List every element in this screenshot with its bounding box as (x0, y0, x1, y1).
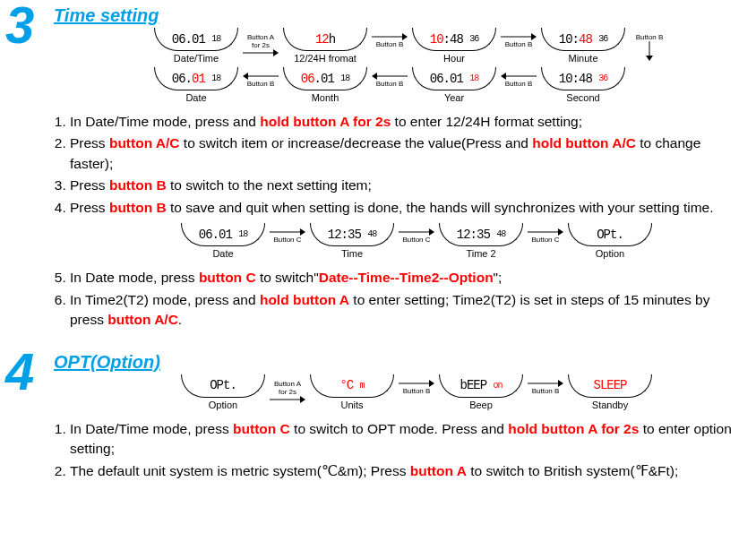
svg-marker-5 (531, 33, 537, 40)
display-time2: 12:35 48 Time 2 (439, 223, 523, 259)
section-number: 4 (5, 341, 34, 401)
display-date: 06.01 18 Date (154, 67, 238, 103)
section-heading: OPT(Option) (54, 347, 747, 373)
display-standby: SLEEP Standby (568, 374, 652, 410)
display-format: 12h 12/24H fromat (283, 28, 367, 64)
display-date2: 06.01 18 Date (181, 223, 265, 259)
diagram-row-3: 06.01 18 Date Button C 12:35 48 Time But… (179, 223, 747, 259)
display-year: 06.01 18 Year (412, 67, 496, 103)
diagram-row-opt: OPt. Option Button A for 2s °C m Units B… (179, 374, 747, 410)
instruction-list: In Date/Time mode, press and hold button… (54, 112, 747, 218)
section-time-setting: 3 Time setting 06.01 18 Date/Time Button… (0, 0, 756, 347)
arrow-left-icon: Button B (240, 73, 281, 88)
list-item: The default unit system is metric system… (70, 461, 747, 481)
display-second: 10:48 36 Second (541, 67, 625, 103)
display-date-time: 06.01 18 Date/Time (154, 28, 238, 64)
svg-marker-7 (646, 56, 653, 61)
display-time: 12:35 48 Time (310, 223, 394, 259)
list-item: In Date mode, press button C to switch"D… (70, 268, 747, 288)
arrow-right-icon: Button A for 2s (267, 380, 308, 403)
list-item: In Time2(T2) mode, press and hold button… (70, 290, 747, 331)
arrow-right-icon: Button C (267, 228, 308, 244)
list-item: In Date/Time mode, press and hold button… (70, 112, 747, 132)
display-hour: 10:48 36 Hour (412, 28, 496, 64)
instruction-list-opt: In Date/Time mode, press button C to swi… (54, 419, 747, 481)
list-item: Press button B to save and quit when set… (70, 198, 747, 218)
arrow-right-icon: Button B (369, 33, 410, 48)
svg-marker-1 (273, 49, 279, 56)
display-minute: 10:48 36 Minute (541, 28, 625, 64)
list-item: Press button A/C to switch item or incre… (70, 133, 747, 174)
svg-marker-12 (501, 73, 506, 80)
arrow-left-icon: Button B (498, 73, 539, 88)
list-item: Press button B to switch to the next set… (70, 176, 747, 195)
section-number: 3 (5, 0, 34, 55)
list-item: In Date/Time mode, press button C to swi… (70, 419, 747, 460)
display-month: 06.01 18 Month (283, 67, 367, 103)
svg-marker-19 (558, 228, 563, 236)
svg-marker-21 (300, 396, 305, 403)
svg-marker-10 (372, 73, 377, 80)
arrow-right-icon: Button A for 2s (240, 33, 281, 56)
svg-marker-3 (402, 33, 408, 40)
arrow-left-icon: Button B (369, 73, 410, 88)
svg-marker-8 (243, 73, 248, 80)
section-heading: Time setting (54, 0, 747, 26)
diagram-row-2: 06.01 18 Date Button B 06.01 18 Month Bu… (152, 67, 747, 103)
arrow-right-icon: Button B (498, 33, 539, 48)
display-beep: bEEP on Beep (439, 374, 523, 410)
display-option2: OPt. Option (181, 374, 265, 410)
svg-marker-15 (300, 228, 305, 236)
arrow-right-icon: Button B (525, 380, 566, 395)
arrow-right-icon: Button C (525, 228, 566, 244)
arrow-right-icon: Button B (396, 380, 437, 395)
arrow-down-icon: Button B (627, 33, 672, 61)
arrow-right-icon: Button C (396, 228, 437, 244)
diagram-row-1: 06.01 18 Date/Time Button A for 2s 12h 1… (152, 28, 747, 64)
svg-marker-23 (429, 380, 434, 387)
display-units: °C m Units (310, 374, 394, 410)
instruction-list2: In Date mode, press button C to switch"D… (54, 268, 747, 330)
svg-marker-17 (429, 228, 434, 236)
display-option: OPt. Option (568, 223, 652, 259)
svg-marker-25 (558, 380, 563, 387)
section-option: 4 OPT(Option) OPt. Option Button A for 2… (0, 347, 756, 497)
